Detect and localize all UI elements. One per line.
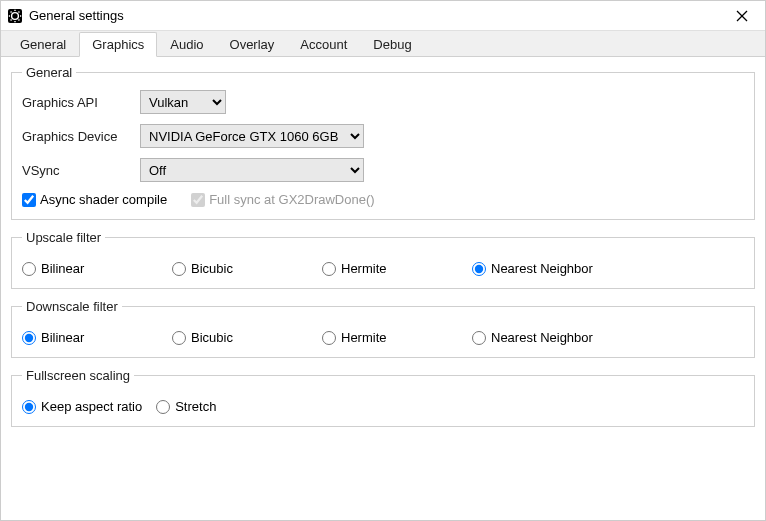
downscale-hermite[interactable]: Hermite <box>322 330 472 345</box>
fullscreen-keep-aspect-input[interactable] <box>22 400 36 414</box>
upscale-hermite-input[interactable] <box>322 262 336 276</box>
general-legend: General <box>22 65 76 80</box>
downscale-hermite-input[interactable] <box>322 331 336 345</box>
upscale-bicubic-input[interactable] <box>172 262 186 276</box>
upscale-bilinear-input[interactable] <box>22 262 36 276</box>
window-title: General settings <box>29 8 725 23</box>
svg-line-7 <box>19 19 20 20</box>
graphics-device-select[interactable]: NVIDIA GeForce GTX 1060 6GB <box>140 124 364 148</box>
tab-debug[interactable]: Debug <box>360 32 424 56</box>
upscale-bicubic[interactable]: Bicubic <box>172 261 322 276</box>
close-button[interactable] <box>725 4 759 28</box>
graphics-device-label: Graphics Device <box>22 129 140 144</box>
tab-audio[interactable]: Audio <box>157 32 216 56</box>
downscale-bicubic-input[interactable] <box>172 331 186 345</box>
svg-line-9 <box>19 11 20 12</box>
svg-line-8 <box>11 19 12 20</box>
fullscreen-stretch[interactable]: Stretch <box>156 399 216 414</box>
downscale-bilinear-input[interactable] <box>22 331 36 345</box>
downscale-bilinear-label: Bilinear <box>41 330 84 345</box>
close-icon <box>736 10 748 22</box>
downscale-legend: Downscale filter <box>22 299 122 314</box>
upscale-bilinear-label: Bilinear <box>41 261 84 276</box>
tab-overlay[interactable]: Overlay <box>217 32 288 56</box>
upscale-hermite[interactable]: Hermite <box>322 261 472 276</box>
vsync-label: VSync <box>22 163 140 178</box>
tabstrip: General Graphics Audio Overlay Account D… <box>1 31 765 57</box>
fullscreen-keep-aspect-label: Keep aspect ratio <box>41 399 142 414</box>
downscale-nearest-input[interactable] <box>472 331 486 345</box>
svg-rect-0 <box>8 9 22 23</box>
upscale-bilinear[interactable]: Bilinear <box>22 261 172 276</box>
upscale-nearest-label: Nearest Neighbor <box>491 261 593 276</box>
svg-line-6 <box>11 11 12 12</box>
tab-account[interactable]: Account <box>287 32 360 56</box>
fullscreen-scaling-group: Fullscreen scaling Keep aspect ratio Str… <box>11 368 755 427</box>
fullscreen-legend: Fullscreen scaling <box>22 368 134 383</box>
fullscreen-stretch-label: Stretch <box>175 399 216 414</box>
downscale-bicubic-label: Bicubic <box>191 330 233 345</box>
full-sync-label: Full sync at GX2DrawDone() <box>209 192 374 207</box>
full-sync-checkbox: Full sync at GX2DrawDone() <box>191 192 374 207</box>
upscale-nearest[interactable]: Nearest Neighbor <box>472 261 622 276</box>
async-shader-label: Async shader compile <box>40 192 167 207</box>
async-shader-input[interactable] <box>22 193 36 207</box>
upscale-hermite-label: Hermite <box>341 261 387 276</box>
graphics-api-select[interactable]: Vulkan <box>140 90 226 114</box>
fullscreen-stretch-input[interactable] <box>156 400 170 414</box>
settings-window: General settings General Graphics Audio … <box>0 0 766 521</box>
upscale-filter-group: Upscale filter Bilinear Bicubic Hermite … <box>11 230 755 289</box>
upscale-nearest-input[interactable] <box>472 262 486 276</box>
gear-icon <box>7 8 23 24</box>
graphics-api-label: Graphics API <box>22 95 140 110</box>
downscale-bicubic[interactable]: Bicubic <box>172 330 322 345</box>
upscale-legend: Upscale filter <box>22 230 105 245</box>
vsync-select[interactable]: Off <box>140 158 364 182</box>
async-shader-checkbox[interactable]: Async shader compile <box>22 192 167 207</box>
tab-graphics[interactable]: Graphics <box>79 32 157 57</box>
tab-general[interactable]: General <box>7 32 79 56</box>
upscale-bicubic-label: Bicubic <box>191 261 233 276</box>
general-group: General Graphics API Vulkan Graphics Dev… <box>11 65 755 220</box>
downscale-bilinear[interactable]: Bilinear <box>22 330 172 345</box>
downscale-filter-group: Downscale filter Bilinear Bicubic Hermit… <box>11 299 755 358</box>
downscale-hermite-label: Hermite <box>341 330 387 345</box>
titlebar: General settings <box>1 1 765 31</box>
fullscreen-keep-aspect[interactable]: Keep aspect ratio <box>22 399 142 414</box>
full-sync-input <box>191 193 205 207</box>
downscale-nearest[interactable]: Nearest Neighbor <box>472 330 622 345</box>
downscale-nearest-label: Nearest Neighbor <box>491 330 593 345</box>
tab-content: General Graphics API Vulkan Graphics Dev… <box>1 57 765 520</box>
